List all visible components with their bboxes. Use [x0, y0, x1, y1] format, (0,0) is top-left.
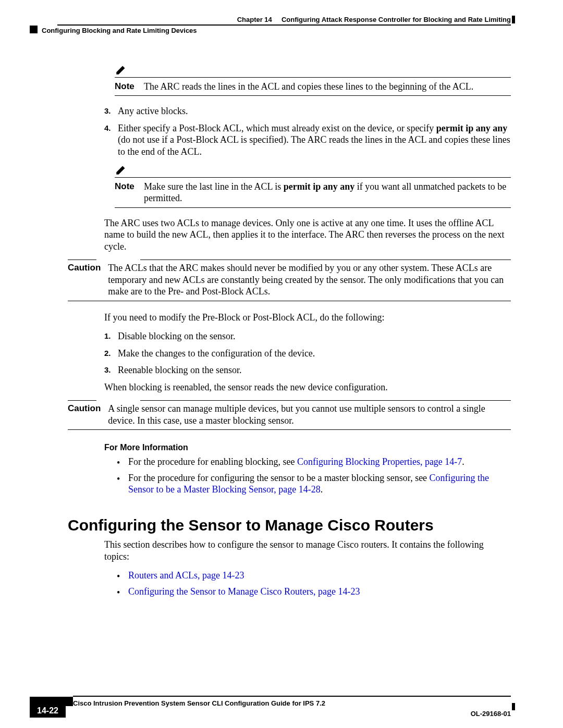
fmi-heading: For More Information [104, 442, 511, 453]
list-item: • For the procedure for enabling blockin… [117, 456, 511, 469]
step-number: 4. [104, 122, 113, 158]
running-header-left: Configuring Blocking and Rate Limiting D… [42, 27, 197, 34]
step-text: Any active blocks. [118, 105, 511, 117]
xref-link[interactable]: Routers and ACLs, page 14-23 [128, 570, 244, 581]
note-text: The ARC reads the lines in the ACL and c… [144, 81, 511, 93]
list-item: • Configuring the Sensor to Manage Cisco… [117, 586, 511, 599]
list-item: 2. Make the changes to the configuration… [104, 348, 511, 360]
pencil-icon [115, 68, 128, 78]
caution-block: Caution A single sensor can manage multi… [68, 400, 511, 430]
step-number: 2. [104, 348, 113, 360]
xref-link[interactable]: Configuring Blocking Properties, page 14… [297, 456, 462, 467]
step-number: 1. [104, 330, 113, 342]
chapter-label: Chapter 14 [237, 16, 272, 23]
paragraph: If you need to modify the Pre-Block or P… [104, 312, 511, 324]
chapter-title: Configuring Attack Response Controller f… [282, 16, 511, 23]
header-rule [57, 24, 511, 26]
pencil-icon [115, 168, 128, 178]
bullet-icon: • [117, 456, 122, 469]
step-text: Disable blocking on the sensor. [118, 330, 511, 342]
xref-link[interactable]: Configuring the Sensor to Manage Cisco R… [128, 586, 360, 597]
caution-text: The ACLs that the ARC makes should never… [108, 262, 511, 298]
list-item: 3. Any active blocks. [104, 105, 511, 117]
bullet-icon: • [117, 586, 122, 599]
page: Chapter 14 Configuring Attack Response C… [0, 0, 563, 728]
note-label: Note [115, 81, 137, 93]
footer-book-title: Cisco Intrusion Prevention System Sensor… [73, 699, 325, 707]
footer-rule [73, 696, 511, 697]
caution-label: Caution [68, 262, 101, 298]
caution-text: A single sensor can manage multiple devi… [108, 403, 511, 426]
note-block: Note Make sure the last line in the ACL … [115, 163, 511, 208]
note-label: Note [115, 181, 137, 204]
content-area: Note The ARC reads the lines in the ACL … [68, 63, 511, 601]
bullet-icon: • [117, 472, 122, 496]
list-item: 1. Disable blocking on the sensor. [104, 330, 511, 342]
list-item: • For the procedure for configuring the … [117, 472, 511, 496]
list-item: • Routers and ACLs, page 14-23 [117, 570, 511, 583]
footer-endcap [512, 703, 515, 710]
running-header-right: Chapter 14 Configuring Attack Response C… [237, 16, 511, 23]
step-text: Reenable blocking on the sensor. [118, 364, 511, 376]
caution-label: Caution [68, 403, 101, 426]
note-block: Note The ARC reads the lines in the ACL … [115, 63, 511, 96]
list-item: 4. Either specify a Post-Block ACL, whic… [104, 122, 511, 158]
step-number: 3. [104, 105, 113, 117]
note-text: Make sure the last line in the ACL is pe… [144, 181, 511, 204]
footer-doc-id: OL-29168-01 [471, 710, 511, 718]
step-text: Either specify a Post-Block ACL, which m… [118, 122, 511, 158]
page-number: 14-22 [30, 704, 66, 718]
paragraph: When blocking is reenabled, the sensor r… [104, 381, 511, 393]
paragraph: This section describes how to configure … [104, 539, 511, 562]
step-number: 3. [104, 364, 113, 376]
step-text: Make the changes to the configuration of… [118, 348, 511, 360]
section-heading: Configuring the Sensor to Manage Cisco R… [68, 515, 511, 535]
header-endcap [512, 16, 515, 23]
caution-block: Caution The ACLs that the ARC makes shou… [68, 260, 511, 301]
list-item: 3. Reenable blocking on the sensor. [104, 364, 511, 376]
paragraph: The ARC uses two ACLs to manage devices.… [104, 217, 511, 253]
bullet-icon: • [117, 570, 122, 583]
header-marker-icon [30, 26, 38, 33]
